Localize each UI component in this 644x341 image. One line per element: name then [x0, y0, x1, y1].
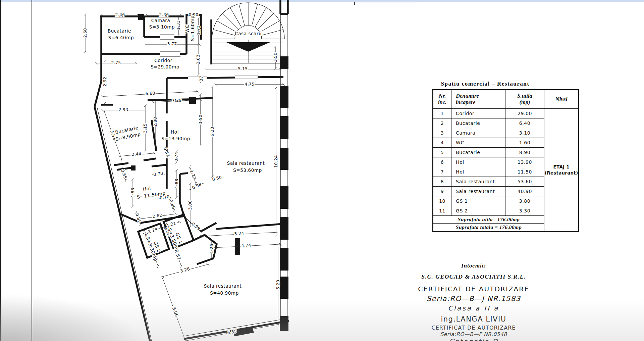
room-label: Hol: [171, 129, 179, 135]
intocmit-label: Intocmit:: [418, 262, 529, 269]
dimension-label: 0.70: [153, 171, 163, 177]
credits-block: Intocmit: S.C. GEOCAD & ASOCIATII S.R.L.…: [418, 262, 529, 341]
dimension-label: 0.85: [120, 168, 128, 179]
dimension-label: 3.28: [180, 266, 191, 274]
certificate-series-2: Seria:RO—B—F NR.0548: [418, 331, 529, 337]
room-label: S=40.90mp: [210, 290, 239, 296]
room-label: S=3.10mp: [149, 24, 175, 30]
dimension-label: 5.20: [275, 280, 280, 289]
company-name: S.C. GEOCAD & ASOCIATII S.R.L.: [418, 273, 529, 280]
certificate-series-1: Seria:RO—B—J NR.1583: [418, 295, 529, 303]
room-label: Bucatarie: [108, 28, 131, 34]
dimension-label: 0.98: [191, 182, 202, 190]
table-row: 1Coridor29.00ETAJ 1(Restaurant): [433, 109, 579, 118]
dimension-label: 0.99: [191, 221, 202, 231]
table-body: 1Coridor29.00ETAJ 1(Restaurant)2Bucatari…: [433, 109, 579, 232]
dimension-label: 0.74: [174, 152, 179, 161]
dimension-label: 2.92: [102, 77, 107, 86]
dimension-label: 2.36: [159, 12, 169, 17]
dimension-label: 3.00: [187, 200, 193, 210]
room-label: S=6.40mp: [108, 35, 134, 40]
dimension-label: 1.33: [176, 20, 181, 30]
dimension-label: 2.03: [196, 54, 201, 64]
dimension-label: 1.22: [189, 169, 197, 180]
room-label: Casa scarii: [235, 31, 262, 36]
dimension-label: 2.46: [115, 12, 125, 17]
dimension-label: 1.88: [130, 188, 135, 197]
dimension-label: 1.73: [196, 25, 201, 35]
dimension-label: 5.06: [171, 306, 179, 317]
dimension-label: 4.75: [245, 82, 254, 87]
table-title: Spatiu comercial – Restaurant: [432, 81, 538, 87]
dimension-label: 1.88: [174, 179, 179, 188]
plan-annotations: 2.462.360.902.601.331.733.772.752.922.03…: [83, 12, 285, 341]
header-nivel: Nivel: [544, 90, 579, 109]
certificate-class: Clasa a II a: [418, 304, 529, 312]
dimension-label: 0.57: [163, 146, 171, 157]
room-label: Camara: [151, 18, 170, 23]
header-nr: Nr. inc.: [433, 90, 451, 109]
dimension-label: 2.93: [118, 107, 128, 112]
room-label: S=1.60mp: [190, 15, 195, 41]
room-label: S=29.00mp: [151, 64, 179, 69]
room-label: Coridor: [154, 58, 172, 63]
dimension-label: 0.50: [212, 175, 222, 182]
nivel-cell: ETAJ 1(Restaurant): [544, 109, 579, 232]
header-denumire: Denumire incapere: [451, 90, 505, 109]
dimension-label: 3.15: [143, 123, 148, 133]
dimension-label: 6.60: [145, 91, 155, 96]
dimension-label: 2.88: [153, 117, 158, 127]
scanned-plan-page: 2.462.360.902.601.331.733.772.752.922.03…: [0, 0, 644, 341]
dimension-label: 2.44: [131, 151, 142, 157]
room-label: Hol: [143, 185, 151, 192]
header-sutila: S.utila (mp): [505, 90, 544, 109]
dimension-label: 3.29: [172, 98, 182, 103]
dimension-label: 6.23: [210, 127, 215, 136]
dimension-label: 2.60: [83, 28, 88, 38]
dimension-label: 2.62: [152, 213, 162, 219]
sheet-frame-top-right: [355, 2, 419, 5]
certificate-title-2: CERTIFICAT DE AUTORIZARE: [418, 325, 529, 331]
dimension-label: 2.75: [111, 60, 121, 65]
room-label: Sala restaurant: [227, 160, 265, 166]
engineer-name: ing.LANGA LIVIU: [418, 315, 529, 323]
dimension-label: 1.50: [273, 52, 278, 62]
certificate-category: Categotia D: [418, 338, 529, 341]
dimension-label: 10.24: [273, 155, 278, 167]
certificate-title-1: CERTIFICAT DE AUTORIZARE: [418, 285, 529, 293]
room-label: S=53.60mp: [233, 167, 262, 173]
dimension-label: 37: [199, 76, 204, 82]
room-schedule: Spatiu comercial – Restaurant Nr. inc. D…: [432, 81, 579, 232]
room-label: WC: [184, 25, 190, 33]
dimension-label: 0.86: [168, 199, 176, 209]
room-label: Sala restaurant: [204, 283, 242, 289]
dimension-label: 5.24: [234, 231, 244, 236]
dimension-label: 4.74: [241, 243, 251, 248]
room-table: Nr. inc. Denumire incapere S.utila (mp) …: [432, 89, 579, 232]
table-header-row: Nr. inc. Denumire incapere S.utila (mp) …: [433, 90, 579, 109]
dimension-label: 0.85: [135, 212, 143, 223]
dimension-label: 3.50: [198, 114, 203, 124]
dimension-label: 5.15: [238, 66, 248, 71]
dimension-label: 3.77: [167, 41, 177, 46]
dimension-label: 1.26: [209, 244, 214, 253]
room-label: S=13.90mp: [161, 136, 190, 141]
